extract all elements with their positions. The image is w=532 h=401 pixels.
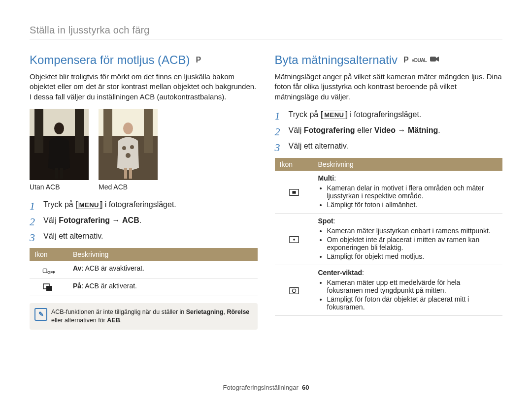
image-with-acb <box>99 109 158 180</box>
metering-step-1: 1 Tryck på [MENU] i fotograferingsläget. <box>275 109 503 121</box>
acb-off-icon: ▢OFF <box>42 267 55 273</box>
acb-step-2: 2 Välj Fotografering → ACB. <box>30 215 258 226</box>
table-row: Spot: Kameran mäter ljusstyrkan enbart i… <box>275 213 503 265</box>
svg-rect-16 <box>129 168 132 179</box>
heading-metering: Byta mätningsalternativ P «DUAL <box>275 53 503 67</box>
metering-center-icon <box>288 285 300 295</box>
metering-intro: Mätningsläget anger på vilket sätt kamer… <box>275 72 503 102</box>
svg-point-12 <box>122 146 126 150</box>
svg-point-25 <box>292 289 296 292</box>
svg-rect-19 <box>430 57 436 62</box>
menu-key-icon: MENU <box>323 111 345 119</box>
svg-rect-10 <box>144 109 153 153</box>
acb-step-3: 3 Välj ett alternativ. <box>30 230 258 242</box>
table-row: Multi: Kameran delar in motivet i flera … <box>275 171 503 214</box>
section-metering: Byta mätningsalternativ P «DUAL Mätnings… <box>275 53 503 330</box>
section-acb: Kompensera för motljus (ACB) P Objektet … <box>30 53 258 330</box>
image-without-acb <box>30 109 89 180</box>
breadcrumb: Ställa in ljusstyrka och färg <box>30 25 502 39</box>
metering-table: Ikon Beskrivning Multi: Kameran delar in… <box>275 158 503 316</box>
metering-step-2: 2 Välj Fotografering eller Video → Mätni… <box>275 124 503 136</box>
svg-rect-21 <box>292 191 296 193</box>
col-icon: Ikon <box>30 248 68 261</box>
acb-table: Ikon Beskrivning ▢OFF Av: ACB är avaktiv… <box>30 248 258 296</box>
svg-point-4 <box>54 123 64 134</box>
caption-with-acb: Med ACB <box>99 183 158 191</box>
mode-p-icon: P <box>196 56 201 64</box>
table-row: Center-viktad: Kameran mäter upp ett med… <box>275 265 503 315</box>
svg-rect-3 <box>75 109 84 153</box>
metering-spot-icon <box>288 234 300 244</box>
menu-key-icon: MENU <box>78 201 100 209</box>
heading-acb: Kompensera för motljus (ACB) P <box>30 53 258 67</box>
info-icon: ✎ <box>34 308 47 321</box>
svg-rect-5 <box>55 168 58 179</box>
col-icon: Ikon <box>275 158 313 171</box>
svg-rect-24 <box>290 287 299 294</box>
svg-rect-18 <box>46 286 52 291</box>
page-number: 60 <box>302 384 309 391</box>
caption-without-acb: Utan ACB <box>30 183 89 191</box>
acb-step-1: 1 Tryck på [MENU] i fotograferingsläget. <box>30 199 258 211</box>
acb-note: ✎ ACB-funktionen är inte tillgänglig när… <box>30 303 258 330</box>
svg-point-11 <box>123 123 133 134</box>
footer: Fotograferingsinställningar 60 <box>0 384 532 391</box>
svg-point-23 <box>293 239 295 241</box>
mode-video-icon <box>430 56 439 64</box>
mode-dual-icon: «DUAL <box>412 58 427 63</box>
col-desc: Beskrivning <box>313 158 503 171</box>
svg-rect-6 <box>60 168 63 179</box>
col-desc: Beskrivning <box>68 248 258 261</box>
acb-on-icon <box>42 282 55 292</box>
svg-point-14 <box>126 153 131 158</box>
svg-rect-9 <box>103 109 112 153</box>
svg-rect-15 <box>124 168 127 179</box>
mode-p-icon: P <box>403 56 409 64</box>
table-row: ▢OFF Av: ACB är avaktiverat. <box>30 261 258 278</box>
metering-step-3: 3 Välj ett alternativ. <box>275 140 503 152</box>
svg-rect-2 <box>34 109 43 153</box>
metering-multi-icon <box>288 186 300 196</box>
svg-point-13 <box>130 145 134 149</box>
acb-intro: Objektet blir troligtvis för mörkt om de… <box>30 72 258 102</box>
table-row: På: ACB är aktiverat. <box>30 278 258 296</box>
